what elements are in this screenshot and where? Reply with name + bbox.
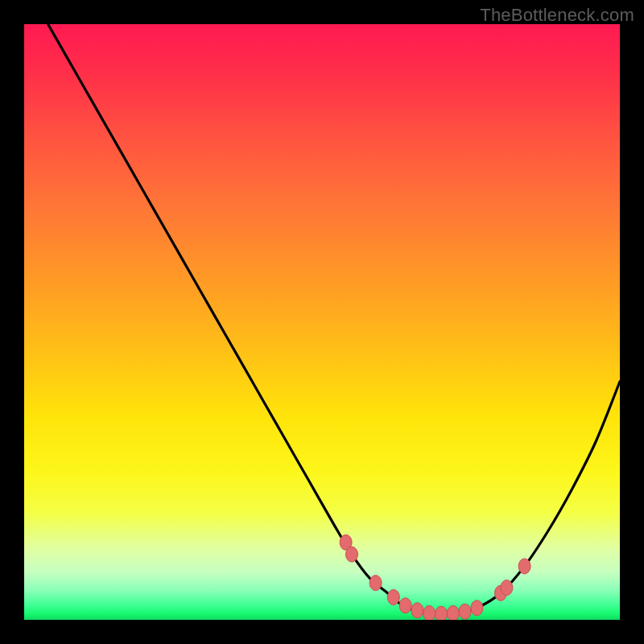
marker-point	[346, 547, 358, 562]
marker-point	[471, 601, 483, 616]
marker-point	[459, 604, 471, 619]
marker-point	[518, 559, 530, 574]
marker-point	[387, 589, 399, 605]
marker-point	[411, 603, 423, 618]
marker-point	[423, 605, 436, 620]
marker-point	[447, 605, 459, 620]
chart-overlay	[24, 24, 620, 620]
chart-frame: TheBottleneck.com	[0, 0, 644, 644]
watermark: TheBottleneck.com	[480, 5, 634, 26]
marker-point	[399, 598, 411, 613]
plot-area	[24, 24, 620, 620]
marker-point	[436, 606, 448, 620]
marker-point	[501, 580, 513, 596]
marker-point	[369, 576, 382, 591]
bottleneck-curve	[48, 24, 620, 614]
